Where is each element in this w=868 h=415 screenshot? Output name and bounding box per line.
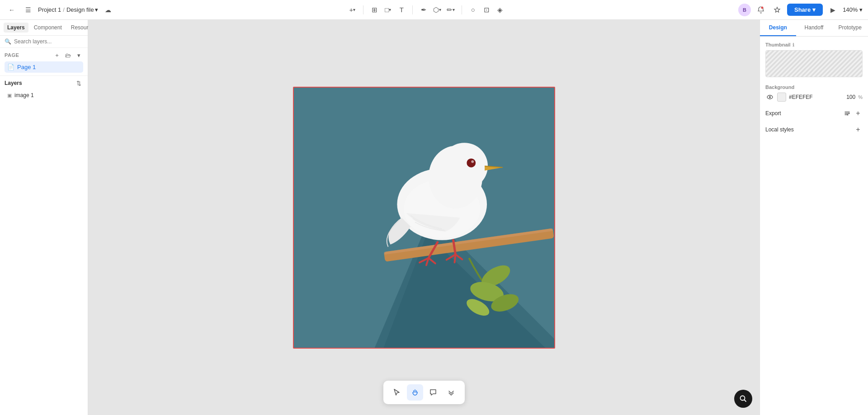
background-visibility-button[interactable] (765, 93, 774, 102)
topbar-right: B Share ▾ ▶ 140% ▾ (738, 4, 863, 16)
search-box: 🔍 (0, 36, 88, 48)
tool-comment[interactable] (425, 384, 441, 401)
layers-header: Layers ⇅ (5, 79, 83, 88)
local-styles-label: Local styles (765, 126, 794, 133)
frame-icon: ⊞ (372, 6, 377, 14)
export-adjust-button[interactable] (843, 109, 852, 118)
export-header: Export + (765, 109, 863, 118)
tab-design[interactable]: Design (760, 20, 796, 36)
plugin-button[interactable]: ◈ (494, 4, 506, 16)
play-button[interactable]: ▶ (826, 4, 839, 16)
local-styles-add-button[interactable]: + (854, 125, 863, 134)
pen-button[interactable]: ✒ (417, 4, 430, 16)
background-text: Background (765, 84, 794, 90)
zoom-indicator[interactable]: 140% ▾ (843, 6, 863, 13)
tool-hand[interactable] (407, 384, 423, 401)
menu-icon: ☰ (25, 6, 31, 14)
layers-sort-button[interactable]: ⇅ (74, 79, 83, 88)
canvas-content (293, 87, 555, 349)
pen-icon: ✒ (421, 6, 427, 14)
menu-button[interactable]: ☰ (22, 4, 34, 16)
add-button[interactable]: + ▾ (346, 4, 359, 16)
zoom-chevron: ▾ (859, 6, 863, 13)
local-styles-header: Local styles + (765, 125, 863, 134)
star-button[interactable] (771, 4, 783, 16)
title-chevron: ▾ (95, 6, 98, 13)
thumbnail-info-icon[interactable]: ℹ (793, 42, 794, 47)
share-chevron: ▾ (812, 6, 816, 13)
search-icon: 🔍 (5, 38, 11, 45)
tool-more[interactable] (443, 384, 459, 401)
project-title[interactable]: Project 1 / Design file ▾ (38, 6, 98, 13)
crop-button[interactable]: ⊡ (480, 4, 493, 16)
page-add-button[interactable]: + (52, 51, 61, 60)
tab-component[interactable]: Component (30, 23, 66, 33)
back-icon: ← (9, 6, 15, 14)
share-button[interactable]: Share ▾ (787, 4, 823, 16)
bird-illustration (294, 88, 554, 348)
tab-prototype[interactable]: Prototype (832, 20, 868, 36)
thumbnail-section: Thumbnail ℹ (765, 42, 863, 77)
local-styles-section: Local styles + (765, 125, 863, 134)
local-styles-add-icon: + (856, 126, 860, 134)
crop-icon: ⊡ (484, 6, 490, 14)
text-button[interactable]: T (395, 4, 408, 16)
tab-design-label: Design (769, 24, 787, 31)
tool-separator-2 (412, 5, 413, 14)
svg-point-25 (471, 160, 474, 163)
edit-button[interactable]: ✏ ▾ (444, 4, 457, 16)
page-chevron-button[interactable]: ▾ (74, 51, 83, 60)
back-button[interactable]: ← (5, 4, 18, 16)
left-panel: Layers Component Resource 🔍 Page + (0, 20, 88, 415)
page-folder-button[interactable]: 🗁 (63, 51, 72, 60)
edit-icon: ✏ (447, 6, 453, 14)
page-add-icon: + (55, 52, 59, 59)
page-section-actions: + 🗁 ▾ (52, 51, 83, 60)
tool-group-pen: ✒ ⬡ ▾ ✏ ▾ (417, 4, 457, 16)
background-hex: #EFEFEF (789, 94, 844, 100)
background-section: Background #EFEFEF 100 % (765, 84, 863, 102)
topbar-left: ← ☰ Project 1 / Design file ▾ ☁ (5, 4, 114, 16)
export-add-button[interactable]: + (854, 109, 863, 118)
circle-button[interactable]: ○ (467, 4, 479, 16)
add-icon: + (349, 6, 353, 14)
rect-button[interactable]: □ ▾ (382, 4, 394, 16)
tool-select[interactable] (389, 384, 405, 401)
thumbnail-preview (765, 50, 863, 77)
canvas-search-button[interactable] (734, 390, 752, 408)
svg-line-18 (454, 254, 455, 262)
background-row: #EFEFEF 100 % (765, 93, 863, 102)
page-item-1[interactable]: 📄 Page 1 (5, 61, 83, 73)
shape-button[interactable]: ⬡ ▾ (431, 4, 443, 16)
svg-point-30 (849, 113, 850, 114)
title-separator: / (63, 6, 65, 13)
layer-icon: ▣ (7, 93, 12, 98)
page-folder-icon: 🗁 (65, 52, 71, 59)
play-icon: ▶ (830, 6, 835, 14)
circle-icon: ○ (471, 6, 475, 14)
cloud-button[interactable]: ☁ (102, 4, 114, 16)
background-unit: % (858, 94, 863, 100)
tab-layers[interactable]: Layers (4, 23, 28, 33)
svg-point-31 (847, 114, 849, 116)
svg-point-29 (769, 96, 771, 98)
export-label: Export (765, 110, 781, 117)
thumbnail-text: Thumbnail (765, 42, 791, 47)
layers-sort-icon: ⇅ (76, 80, 81, 87)
svg-point-23 (441, 143, 487, 189)
page-section-header: Page + 🗁 ▾ (5, 51, 83, 60)
tab-handoff[interactable]: Handoff (796, 20, 832, 36)
canvas-area[interactable] (88, 20, 760, 415)
thumbnail-label: Thumbnail ℹ (765, 42, 863, 47)
right-tabs: Design Handoff Prototype (760, 20, 868, 37)
page-item-icon: 📄 (7, 64, 14, 70)
frame-button[interactable]: ⊞ (368, 4, 381, 16)
export-section: Export + (765, 109, 863, 118)
notification-button[interactable] (755, 4, 767, 16)
layer-item-image1[interactable]: ▣ image 1 (5, 90, 83, 100)
tool-separator-1 (363, 5, 363, 14)
tool-group-other: ○ ⊡ ◈ (467, 4, 506, 16)
background-color-swatch[interactable] (777, 93, 786, 102)
avatar1: B (738, 4, 751, 16)
search-input[interactable] (14, 38, 83, 45)
